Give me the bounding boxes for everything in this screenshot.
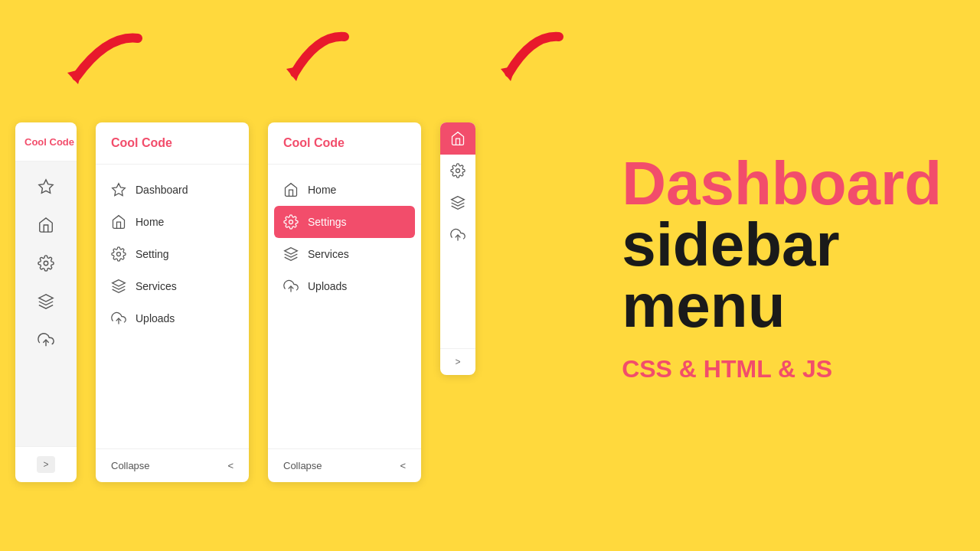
panel-3-nav-list: Home Settings Services Uploads [268,165,421,448]
nav-icon-settings-mini[interactable] [440,155,475,187]
svg-marker-5 [39,295,53,302]
svg-marker-3 [39,180,53,193]
nav-label-home: Home [136,216,164,228]
star-icon [38,178,54,195]
nav-label-services-p3: Services [308,248,349,260]
svg-point-11 [289,220,293,224]
collapse-chevron: < [227,460,234,471]
panel-3-header: Cool Code [268,122,421,165]
panel-1-brand: Cool Code [24,136,74,148]
settings-icon [38,255,54,272]
nav-icon-home-active[interactable] [440,122,475,155]
nav-home-icon [111,214,126,230]
nav-item-services-p3[interactable]: Services [268,238,421,270]
nav-layers-p3-icon [283,246,299,262]
nav-item-services[interactable]: Services [96,270,249,302]
nav-label-home-p3: Home [308,184,336,196]
collapse-chevron-p3: < [400,460,406,471]
nav-item-settings-active[interactable]: Settings [274,206,415,238]
collapse-label-p3: Collapse [283,460,322,471]
panel-2: Cool Code Dashboard Home Setting Service… [96,122,249,482]
svg-marker-0 [67,69,83,84]
nav-icon-upload-mini[interactable] [440,219,475,251]
nav-settings-active-icon [283,214,299,230]
panel-2-footer[interactable]: Collapse < [96,448,249,482]
title-text-area: Dashboard sidebar menu CSS & HTML & JS [622,153,942,383]
panel-2-brand: Cool Code [111,136,172,149]
svg-point-4 [44,261,48,266]
dashboard-star-icon [111,182,126,197]
nav-item-home[interactable]: Home [96,206,249,238]
svg-point-14 [456,169,460,173]
nav-upload-p3-icon [283,279,299,294]
panel-4: > [440,122,475,375]
nav-upload-icon [111,311,126,326]
svg-marker-12 [285,248,298,254]
nav-item-dashboard[interactable]: Dashboard [96,174,249,206]
panels-container: Cool Code > Cool Code [15,122,475,482]
expand-button[interactable]: > [37,456,54,473]
arrow-1-icon [46,31,153,107]
panel-1: Cool Code > [15,122,77,482]
nav-icon-layers-mini[interactable] [440,187,475,219]
mini-settings-icon [450,163,466,178]
mini-upload-icon [450,227,466,243]
arrow-2-icon [260,31,368,107]
svg-point-8 [117,253,121,256]
arrow-3-icon [475,31,582,107]
panel-2-nav-list: Dashboard Home Setting Services Uploads [96,165,249,448]
arrows-container [46,31,582,107]
title-line4: CSS & HTML & JS [622,355,942,383]
nav-label-services: Services [136,280,177,292]
nav-item-setting[interactable]: Setting [96,238,249,270]
mini-home-icon [450,131,466,146]
nav-home-icon-p3 [283,182,299,197]
nav-icon-layers[interactable] [15,284,77,319]
layers-icon [38,293,54,310]
panel-2-header: Cool Code [96,122,249,165]
home-icon [38,217,54,233]
nav-icon-home[interactable] [15,207,77,243]
svg-marker-15 [452,197,465,203]
panel-3-footer[interactable]: Collapse < [268,448,421,482]
panel-1-footer: > [15,446,77,482]
panel-3: Cool Code Home Settings Services Uploads… [268,122,421,482]
nav-icon-settings[interactable] [15,246,77,281]
nav-item-home-p3[interactable]: Home [268,174,421,206]
nav-item-uploads-p3[interactable]: Uploads [268,270,421,302]
nav-label-uploads: Uploads [136,312,175,324]
panel-4-footer[interactable]: > [440,348,475,375]
svg-marker-7 [113,184,126,196]
collapse-label: Collapse [111,460,150,471]
title-line1: Dashboard [622,153,942,214]
nav-icon-star[interactable] [15,169,77,204]
title-line2: sidebar [622,214,942,276]
panel-3-brand: Cool Code [283,136,345,149]
title-line3: menu [622,276,942,337]
nav-item-uploads[interactable]: Uploads [96,302,249,334]
nav-label-dashboard: Dashboard [136,184,188,196]
upload-cloud-icon [38,331,54,348]
panel-1-icon-list [15,161,77,446]
svg-marker-9 [113,280,126,286]
nav-icon-upload[interactable] [15,322,77,357]
panel-1-header: Cool Code [15,122,77,161]
expand-icon: > [455,357,460,367]
nav-layers-icon [111,279,126,294]
nav-label-uploads-p3: Uploads [308,280,347,292]
nav-label-settings-active: Settings [308,216,347,228]
nav-settings-icon [111,246,126,262]
nav-label-setting: Setting [136,248,169,260]
mini-layers-icon [450,195,466,210]
